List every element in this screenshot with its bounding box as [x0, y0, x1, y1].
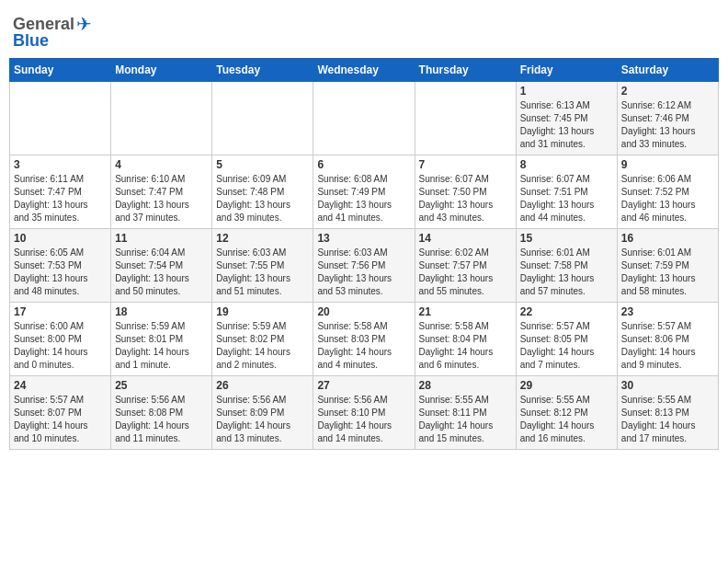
- day-header-sunday: Sunday: [10, 59, 111, 82]
- table-row: 17Sunrise: 6:00 AM Sunset: 8:00 PM Dayli…: [10, 303, 111, 376]
- day-header-wednesday: Wednesday: [313, 59, 415, 82]
- table-row: 30Sunrise: 5:55 AM Sunset: 8:13 PM Dayli…: [617, 376, 718, 450]
- day-number: 11: [115, 232, 208, 245]
- day-number: 18: [115, 305, 208, 318]
- logo-blue: Blue: [13, 31, 49, 51]
- table-row: 18Sunrise: 5:59 AM Sunset: 8:01 PM Dayli…: [111, 303, 212, 376]
- day-number: 23: [621, 305, 714, 318]
- day-number: 8: [520, 158, 613, 171]
- day-info: Sunrise: 5:58 AM Sunset: 8:03 PM Dayligh…: [317, 320, 410, 372]
- day-info: Sunrise: 6:07 AM Sunset: 7:50 PM Dayligh…: [419, 173, 512, 224]
- table-row: 23Sunrise: 5:57 AM Sunset: 8:06 PM Dayli…: [617, 303, 718, 376]
- day-info: Sunrise: 5:59 AM Sunset: 8:01 PM Dayligh…: [115, 320, 208, 372]
- day-info: Sunrise: 5:56 AM Sunset: 8:09 PM Dayligh…: [216, 394, 309, 445]
- table-row: 28Sunrise: 5:55 AM Sunset: 8:11 PM Dayli…: [415, 376, 516, 450]
- logo: General ✈ Blue: [13, 13, 92, 51]
- day-number: 7: [419, 158, 512, 171]
- table-row: 14Sunrise: 6:02 AM Sunset: 7:57 PM Dayli…: [415, 229, 516, 303]
- day-number: 13: [317, 232, 410, 245]
- table-row: 16Sunrise: 6:01 AM Sunset: 7:59 PM Dayli…: [617, 229, 718, 303]
- table-row: 22Sunrise: 5:57 AM Sunset: 8:05 PM Dayli…: [516, 303, 617, 376]
- table-row: 3Sunrise: 6:11 AM Sunset: 7:47 PM Daylig…: [10, 155, 111, 229]
- table-row: 29Sunrise: 5:55 AM Sunset: 8:12 PM Dayli…: [516, 376, 617, 450]
- day-number: 27: [317, 379, 410, 392]
- day-info: Sunrise: 5:55 AM Sunset: 8:13 PM Dayligh…: [621, 394, 714, 445]
- day-info: Sunrise: 6:03 AM Sunset: 7:56 PM Dayligh…: [317, 247, 410, 298]
- table-row: [111, 82, 212, 155]
- page-header: General ✈ Blue: [9, 9, 719, 51]
- table-row: 21Sunrise: 5:58 AM Sunset: 8:04 PM Dayli…: [415, 303, 516, 376]
- day-number: 10: [14, 232, 107, 245]
- table-row: 9Sunrise: 6:06 AM Sunset: 7:52 PM Daylig…: [617, 155, 718, 229]
- day-number: 2: [621, 85, 714, 98]
- table-row: 27Sunrise: 5:56 AM Sunset: 8:10 PM Dayli…: [313, 376, 415, 450]
- calendar-table: SundayMondayTuesdayWednesdayThursdayFrid…: [9, 58, 719, 450]
- day-number: 9: [621, 158, 714, 171]
- day-info: Sunrise: 6:01 AM Sunset: 7:59 PM Dayligh…: [621, 247, 714, 298]
- day-number: 22: [520, 305, 613, 318]
- day-number: 1: [520, 85, 613, 98]
- day-info: Sunrise: 6:08 AM Sunset: 7:49 PM Dayligh…: [317, 173, 410, 224]
- day-info: Sunrise: 6:07 AM Sunset: 7:51 PM Dayligh…: [520, 173, 613, 224]
- day-info: Sunrise: 6:04 AM Sunset: 7:54 PM Dayligh…: [115, 247, 208, 298]
- day-info: Sunrise: 6:01 AM Sunset: 7:58 PM Dayligh…: [520, 247, 613, 298]
- day-number: 26: [216, 379, 309, 392]
- day-header-thursday: Thursday: [415, 59, 516, 82]
- day-info: Sunrise: 6:10 AM Sunset: 7:47 PM Dayligh…: [115, 173, 208, 224]
- table-row: 1Sunrise: 6:13 AM Sunset: 7:45 PM Daylig…: [516, 82, 617, 155]
- table-row: [212, 82, 313, 155]
- day-header-monday: Monday: [111, 59, 212, 82]
- day-info: Sunrise: 6:00 AM Sunset: 8:00 PM Dayligh…: [14, 320, 107, 372]
- day-info: Sunrise: 5:56 AM Sunset: 8:10 PM Dayligh…: [317, 394, 410, 445]
- day-number: 30: [621, 379, 714, 392]
- table-row: 5Sunrise: 6:09 AM Sunset: 7:48 PM Daylig…: [212, 155, 313, 229]
- table-row: 26Sunrise: 5:56 AM Sunset: 8:09 PM Dayli…: [212, 376, 313, 450]
- day-info: Sunrise: 6:03 AM Sunset: 7:55 PM Dayligh…: [216, 247, 309, 298]
- day-info: Sunrise: 5:56 AM Sunset: 8:08 PM Dayligh…: [115, 394, 208, 445]
- day-info: Sunrise: 6:11 AM Sunset: 7:47 PM Dayligh…: [14, 173, 107, 224]
- day-info: Sunrise: 5:55 AM Sunset: 8:11 PM Dayligh…: [419, 394, 512, 445]
- day-info: Sunrise: 5:59 AM Sunset: 8:02 PM Dayligh…: [216, 320, 309, 372]
- day-info: Sunrise: 5:57 AM Sunset: 8:06 PM Dayligh…: [621, 320, 714, 372]
- day-info: Sunrise: 6:06 AM Sunset: 7:52 PM Dayligh…: [621, 173, 714, 224]
- table-row: 12Sunrise: 6:03 AM Sunset: 7:55 PM Dayli…: [212, 229, 313, 303]
- table-row: [415, 82, 516, 155]
- day-number: 28: [419, 379, 512, 392]
- table-row: 13Sunrise: 6:03 AM Sunset: 7:56 PM Dayli…: [313, 229, 415, 303]
- table-row: 2Sunrise: 6:12 AM Sunset: 7:46 PM Daylig…: [617, 82, 718, 155]
- table-row: 8Sunrise: 6:07 AM Sunset: 7:51 PM Daylig…: [516, 155, 617, 229]
- day-number: 3: [14, 158, 107, 171]
- table-row: 6Sunrise: 6:08 AM Sunset: 7:49 PM Daylig…: [313, 155, 415, 229]
- day-number: 21: [419, 305, 512, 318]
- day-number: 4: [115, 158, 208, 171]
- table-row: 24Sunrise: 5:57 AM Sunset: 8:07 PM Dayli…: [10, 376, 111, 450]
- day-number: 19: [216, 305, 309, 318]
- table-row: 19Sunrise: 5:59 AM Sunset: 8:02 PM Dayli…: [212, 303, 313, 376]
- day-info: Sunrise: 6:05 AM Sunset: 7:53 PM Dayligh…: [14, 247, 107, 298]
- day-info: Sunrise: 6:02 AM Sunset: 7:57 PM Dayligh…: [419, 247, 512, 298]
- table-row: [313, 82, 415, 155]
- table-row: 10Sunrise: 6:05 AM Sunset: 7:53 PM Dayli…: [10, 229, 111, 303]
- day-header-saturday: Saturday: [617, 59, 718, 82]
- day-info: Sunrise: 5:55 AM Sunset: 8:12 PM Dayligh…: [520, 394, 613, 445]
- day-number: 25: [115, 379, 208, 392]
- logo-bird-icon: ✈: [76, 13, 92, 35]
- day-number: 5: [216, 158, 309, 171]
- day-header-friday: Friday: [516, 59, 617, 82]
- table-row: 25Sunrise: 5:56 AM Sunset: 8:08 PM Dayli…: [111, 376, 212, 450]
- day-number: 24: [14, 379, 107, 392]
- day-number: 16: [621, 232, 714, 245]
- table-row: [10, 82, 111, 155]
- day-info: Sunrise: 6:13 AM Sunset: 7:45 PM Dayligh…: [520, 99, 613, 151]
- table-row: 20Sunrise: 5:58 AM Sunset: 8:03 PM Dayli…: [313, 303, 415, 376]
- day-info: Sunrise: 5:58 AM Sunset: 8:04 PM Dayligh…: [419, 320, 512, 372]
- day-number: 20: [317, 305, 410, 318]
- table-row: 7Sunrise: 6:07 AM Sunset: 7:50 PM Daylig…: [415, 155, 516, 229]
- day-number: 14: [419, 232, 512, 245]
- day-info: Sunrise: 5:57 AM Sunset: 8:07 PM Dayligh…: [14, 394, 107, 445]
- day-number: 29: [520, 379, 613, 392]
- table-row: 15Sunrise: 6:01 AM Sunset: 7:58 PM Dayli…: [516, 229, 617, 303]
- day-header-tuesday: Tuesday: [212, 59, 313, 82]
- day-info: Sunrise: 5:57 AM Sunset: 8:05 PM Dayligh…: [520, 320, 613, 372]
- day-number: 17: [14, 305, 107, 318]
